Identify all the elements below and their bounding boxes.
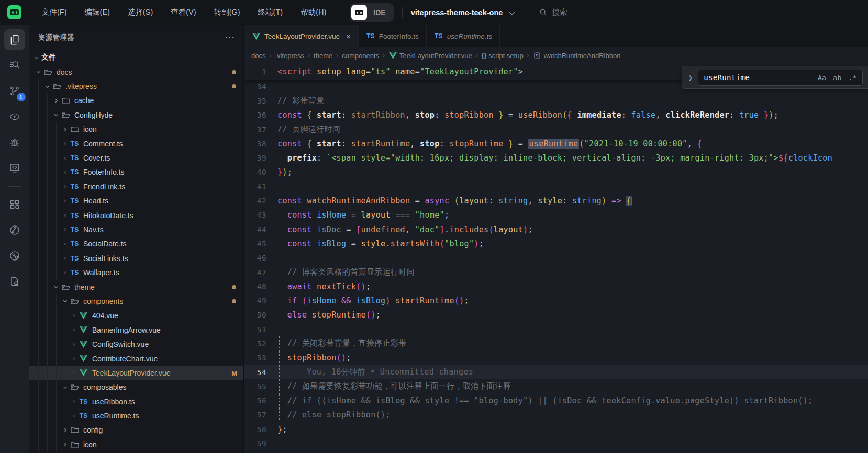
code-line-45[interactable]: 45 const isBlog = style.startsWith("blog… — [244, 236, 868, 251]
global-search[interactable]: 搜索 — [539, 7, 567, 17]
code-line-58[interactable]: 58}; — [244, 422, 868, 436]
file-bullet — [70, 329, 78, 331]
tab-useRuntime.ts[interactable]: TSuseRuntime.ts — [427, 25, 500, 47]
code-line-46[interactable]: 46 — [244, 251, 868, 265]
eye-icon[interactable] — [4, 106, 25, 127]
tree-file-HitokotoDate.ts[interactable]: TSHitokotoDate.ts — [29, 208, 243, 222]
code-line-49[interactable]: 49 if (isHome && isBlog) startRuntime(); — [244, 293, 868, 308]
ide-mode-toggle[interactable]: IDE — [350, 3, 393, 22]
tree-folder-components[interactable]: components — [29, 294, 243, 308]
close-icon[interactable]: × — [346, 32, 351, 41]
tree-file-ContributeChart.vue[interactable]: ContributeChart.vue — [29, 352, 243, 366]
tree-file-Head.ts[interactable]: TSHead.ts — [29, 194, 243, 208]
tab-FooterInfo.ts[interactable]: TSFooterInfo.ts — [359, 25, 427, 47]
git-graph-icon[interactable] — [4, 220, 25, 241]
activity-bar-divider — [8, 186, 21, 187]
live-preview-icon[interactable] — [4, 157, 25, 178]
code-line-37[interactable]: 37// 页脚运行时间 — [244, 122, 868, 137]
tree-file-FriendLink.ts[interactable]: TSFriendLink.ts — [29, 179, 243, 194]
tree-file-TeekLayoutProvider.vue[interactable]: TeekLayoutProvider.vueM — [29, 366, 243, 380]
more-actions-icon[interactable]: ··· — [225, 33, 235, 42]
indent-guide — [65, 323, 65, 337]
tree-folder-cache[interactable]: cache — [29, 94, 243, 108]
chevron-down-icon — [34, 69, 42, 75]
tree-file-BannerImgArrow.vue[interactable]: BannerImgArrow.vue — [29, 323, 243, 337]
search-icon[interactable] — [4, 55, 25, 76]
code-line-59[interactable]: 59 — [244, 436, 868, 450]
code-line-42[interactable]: 42const watchRuntimeAndRibbon = async (l… — [244, 194, 868, 208]
breadcrumb-item-TeekLayoutProvider.vue[interactable]: TeekLayoutProvider.vue — [388, 52, 472, 60]
code-line-47[interactable]: 47 // 博客类风格的首页显示运行时间 — [244, 265, 868, 279]
code-line-55[interactable]: 55 // 如果需要恢复彩带功能，可以注释上面一行，取消下面注释 — [244, 379, 868, 393]
tree-file-useRibbon.ts[interactable]: TSuseRibbon.ts — [29, 394, 243, 409]
code-line-39[interactable]: 39 prefix: `<span style="width: 16px; di… — [244, 151, 868, 165]
code-line-50[interactable]: 50 else stopRuntime(); — [244, 308, 868, 322]
code-line-56[interactable]: 56 // if ((isHome && isBlog && style !==… — [244, 394, 868, 408]
tree-section-header[interactable]: 文件 — [29, 50, 243, 65]
extensions-icon[interactable] — [4, 194, 25, 215]
code-line-36[interactable]: 36const { start: startRibbon, stop: stop… — [244, 108, 868, 122]
source-control-icon[interactable]: 1 — [4, 81, 25, 101]
tree-folder-icon[interactable]: icon — [29, 122, 243, 137]
find-widget[interactable]: ❯ useRuntime Aaab.* — [682, 66, 868, 89]
breadcrumb-item-docs[interactable]: docs — [251, 52, 265, 60]
match-case-icon[interactable]: Aa — [818, 74, 826, 82]
menu-编辑E[interactable]: 编辑(E) — [76, 4, 119, 20]
tree-folder-ConfigHyde[interactable]: ConfigHyde — [29, 108, 243, 122]
tree-file-useRuntime.ts[interactable]: TSuseRuntime.ts — [29, 409, 243, 423]
tree-folder-icon[interactable]: icon — [29, 437, 243, 451]
tree-file-Wallaper.ts[interactable]: TSWallaper.ts — [29, 265, 243, 279]
whole-word-icon[interactable]: ab — [833, 74, 841, 82]
code-line-38[interactable]: 38const { start: startRuntime, stop: sto… — [244, 137, 868, 151]
tree-file-404.vue[interactable]: 404.vue — [29, 309, 243, 323]
debug-icon[interactable] — [4, 132, 25, 153]
tree-file-ConfigSwitch.vue[interactable]: ConfigSwitch.vue — [29, 337, 243, 351]
find-expand-icon[interactable]: ❯ — [688, 74, 693, 82]
code-line-41[interactable]: 41 — [244, 179, 868, 194]
breadcrumb[interactable]: docs›.vitepress›theme›components›TeekLay… — [244, 47, 868, 64]
tree-file-SocialDate.ts[interactable]: TSSocialDate.ts — [29, 237, 243, 251]
menu-查看V[interactable]: 查看(V) — [162, 4, 205, 20]
code-line-35[interactable]: 35// 彩带背景 — [244, 94, 868, 108]
code-line-53[interactable]: 53 stopRibbon(); — [244, 351, 868, 365]
breadcrumb-item-components[interactable]: components — [342, 52, 379, 60]
breadcrumb-item-watchRuntimeAndRibbon[interactable]: watchRuntimeAndRibbon — [533, 52, 621, 60]
code-line-40[interactable]: 40}); — [244, 165, 868, 179]
find-input[interactable]: useRuntime Aaab.* — [698, 70, 863, 86]
app-logo-icon[interactable] — [7, 5, 21, 19]
menu-帮助H[interactable]: 帮助(H) — [292, 4, 335, 20]
tree-file-Nav.ts[interactable]: TSNav.ts — [29, 222, 243, 236]
breadcrumb-item-.vitepress[interactable]: .vitepress — [275, 52, 304, 60]
code-line-52[interactable]: 52 // 关闭彩带背景，直接停止彩带 — [244, 336, 868, 350]
code-editor[interactable]: ❯ useRuntime Aaab.* 1<script setup lang=… — [244, 64, 868, 453]
menu-文件F[interactable]: 文件(F) — [33, 4, 76, 20]
code-line-44[interactable]: 44 const isDoc = [undefined, "doc"].incl… — [244, 222, 868, 236]
menu-选择S[interactable]: 选择(S) — [119, 4, 162, 20]
tree-folder-theme[interactable]: theme — [29, 280, 243, 294]
code-line-43[interactable]: 43 const isHome = layout === "home"; — [244, 208, 868, 222]
tab-TeekLayoutProvider.vue[interactable]: TeekLayoutProvider.vue× — [244, 25, 359, 47]
code-line-51[interactable]: 51 — [244, 322, 868, 336]
breadcrumb-item-theme[interactable]: theme — [314, 52, 332, 60]
code-line-48[interactable]: 48 await nextTick(); — [244, 279, 868, 293]
breadcrumb-item-script-setup[interactable]: {}script setup — [482, 52, 524, 60]
tree-file-Comment.ts[interactable]: TSComment.ts — [29, 137, 243, 151]
tree-file-Cover.ts[interactable]: TSCover.ts — [29, 151, 243, 165]
tree-folder-composables[interactable]: composables — [29, 380, 243, 394]
code-line-57[interactable]: 57 // else stopRibbon(); — [244, 408, 868, 422]
menu-终端T[interactable]: 终端(T) — [249, 4, 292, 20]
tree-folder-docs[interactable]: docs — [29, 65, 243, 79]
code-line-54[interactable]: 54You, 10分钟前 • Uncommitted changes — [244, 365, 868, 379]
tree-file-SocialLinks.ts[interactable]: TSSocialLinks.ts — [29, 251, 243, 265]
regex-icon[interactable]: .* — [849, 74, 857, 82]
find-input-value: useRuntime — [704, 73, 818, 82]
tree-file-FooterInfo.ts[interactable]: TSFooterInfo.ts — [29, 165, 243, 179]
code-review-icon[interactable] — [4, 245, 25, 266]
explorer-icon[interactable] — [4, 29, 25, 50]
tree-item-label: ConfigHyde — [74, 111, 113, 119]
file-settings-icon[interactable] — [4, 271, 25, 292]
tree-folder-config[interactable]: config — [29, 423, 243, 437]
project-selector[interactable]: vitepress-theme-teek-one — [411, 8, 503, 17]
tree-folder-.vitepress[interactable]: .vitepress — [29, 79, 243, 93]
menu-转到G[interactable]: 转到(G) — [205, 4, 249, 20]
